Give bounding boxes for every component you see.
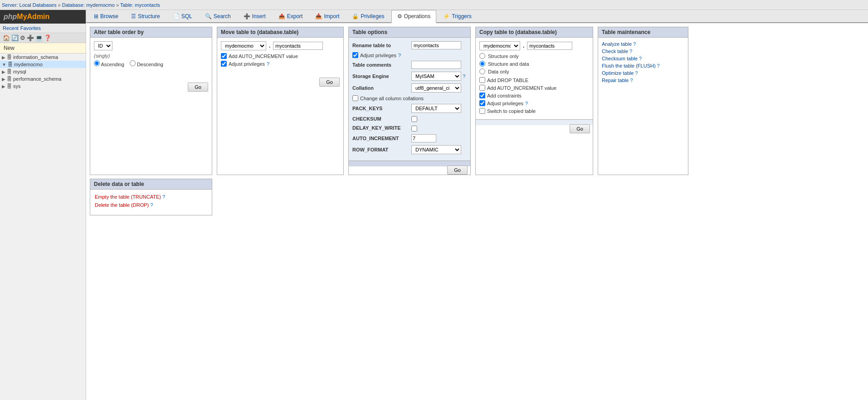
db-icon: 🗄 [7, 83, 12, 89]
tab-structure[interactable]: ☰ Structure [125, 10, 166, 22]
copy-switch-checkbox[interactable] [479, 108, 485, 114]
table-comments-input[interactable] [411, 61, 461, 69]
copy-table-panel: Copy table to (database.table) mydemocmo… [475, 27, 593, 175]
collation-row: Collation utf8_general_ci utf8_unicode_c… [352, 83, 467, 93]
db-item-mydemocmo[interactable]: ▼ 🗄 mydemocmo [0, 61, 86, 68]
data-only-radio[interactable] [479, 68, 485, 74]
tab-export[interactable]: 📤 Export [273, 10, 309, 22]
collation-select[interactable]: utf8_general_ci utf8_unicode_ci latin1_s… [411, 83, 461, 93]
structure-data-radio[interactable] [479, 61, 485, 67]
checksum-link[interactable]: Checksum table [602, 56, 638, 61]
breadcrumb-database[interactable]: Database: mydemocmo [62, 2, 115, 8]
delete-table-link[interactable]: Delete the table (DROP) ? [95, 202, 207, 208]
optimize-link[interactable]: Optimize table [602, 70, 634, 76]
check-link[interactable]: Check table [602, 49, 628, 54]
copy-adjust-privileges-checkbox[interactable] [479, 100, 485, 106]
tab-privileges[interactable]: 🔒 Privileges [346, 10, 390, 22]
move-adjust-privileges-checkbox[interactable] [221, 61, 227, 67]
adjust-privileges-help-icon[interactable]: ? [398, 53, 401, 58]
copy-add-constraints-checkbox[interactable] [479, 93, 485, 98]
tab-sql[interactable]: 📄 SQL [167, 10, 198, 22]
tab-search[interactable]: 🔍 Search [199, 10, 237, 22]
ascending-radio-label[interactable]: Ascending [94, 60, 124, 67]
optimize-help-icon[interactable]: ? [635, 70, 638, 76]
table-options-go-button[interactable]: Go [447, 166, 468, 175]
copy-auto-increment-label: Add AUTO_INCREMENT value [487, 85, 556, 91]
tab-operations[interactable]: ⚙ Operations [391, 10, 437, 23]
copy-table-db-select[interactable]: mydemocmo [479, 41, 520, 50]
flush-link[interactable]: Flush the table (FLUSH) [602, 63, 656, 68]
repair-help-icon[interactable]: ? [630, 78, 633, 83]
sidebar-icon-new-db[interactable]: ➕ [27, 34, 34, 41]
structure-only-radio[interactable] [479, 53, 485, 59]
tab-structure-label: Structure [138, 13, 160, 20]
collation-label: Collation [352, 85, 411, 91]
rename-input[interactable] [411, 41, 461, 49]
adjust-privileges-row: Adjust privileges ? [352, 52, 467, 58]
db-item-mysql[interactable]: ▶ 🗄 mysql [0, 68, 86, 75]
pack-keys-label: PACK_KEYS [352, 106, 411, 111]
delay-key-write-checkbox[interactable] [411, 126, 417, 132]
favorites-link[interactable]: Favorites [20, 25, 41, 31]
delete-label: Delete the table (DROP) [95, 202, 149, 208]
sidebar-icon-settings[interactable]: ⚙ [20, 34, 25, 41]
delete-help-icon[interactable]: ? [150, 202, 153, 208]
copy-drop-table-checkbox[interactable] [479, 77, 485, 83]
tab-insert[interactable]: ➕ Insert [238, 10, 272, 22]
storage-engine-select[interactable]: MyISAM InnoDB MEMORY CSV ARCHIVE [411, 72, 461, 81]
sidebar-icon-help[interactable]: ❓ [44, 34, 51, 41]
recent-link[interactable]: Recent [3, 25, 19, 31]
copy-table-go-button[interactable]: Go [570, 124, 590, 133]
db-item-information_schema[interactable]: ▶ 🗄 information_schema [0, 54, 86, 61]
tab-browse[interactable]: ⊞ Browse [88, 10, 124, 22]
sidebar-icon-refresh[interactable]: 🔄 [11, 34, 19, 41]
repair-link[interactable]: Repair table [602, 78, 629, 83]
move-table-go-button[interactable]: Go [319, 78, 340, 87]
db-item-performance_schema[interactable]: ▶ 🗄 performance_schema [0, 75, 86, 83]
adjust-privileges-checkbox[interactable] [352, 52, 358, 58]
copy-add-constraints-row: Add constraints [479, 93, 589, 98]
storage-engine-help-icon[interactable]: ? [463, 73, 465, 79]
checksum-help-icon[interactable]: ? [639, 56, 642, 61]
change-collations-checkbox[interactable] [352, 95, 358, 101]
ascending-radio[interactable] [94, 60, 100, 66]
move-table-db-select[interactable]: mydemocmo [221, 41, 266, 50]
panels-row2: Delete data or table Empty the table (TR… [86, 179, 868, 219]
check-help-icon[interactable]: ? [629, 49, 632, 54]
tab-import[interactable]: 📥 Import [309, 10, 345, 22]
rename-row: Rename table to [352, 41, 467, 49]
new-item[interactable]: New [0, 43, 86, 54]
nav-tabs: ⊞ Browse ☰ Structure 📄 SQL 🔍 Search ➕ In… [86, 10, 868, 23]
copy-table-name-input[interactable] [527, 42, 572, 50]
sidebar-icon-home[interactable]: 🏠 [3, 34, 10, 41]
flush-help-icon[interactable]: ? [657, 63, 660, 68]
breadcrumb-table[interactable]: Table: mycontacts [120, 2, 160, 8]
empty-help-icon[interactable]: ? [162, 194, 165, 200]
tab-triggers[interactable]: ⚡ Triggers [437, 10, 478, 22]
sidebar-icon-console[interactable]: 💻 [35, 34, 43, 41]
breadcrumb-server[interactable]: Server: Local Databases [2, 2, 56, 8]
copy-drop-table-row: Add DROP TABLE [479, 77, 589, 83]
breadcrumb: Server: Local Databases » Database: myde… [2, 2, 160, 8]
move-adjust-privileges-help-icon[interactable]: ? [267, 61, 269, 67]
db-item-sys[interactable]: ▶ 🗄 sys [0, 83, 86, 90]
copy-auto-increment-checkbox[interactable] [479, 85, 485, 91]
auto-increment-input[interactable] [411, 134, 436, 142]
empty-table-link[interactable]: Empty the table (TRUNCATE) ? [95, 194, 207, 200]
pack-keys-select[interactable]: DEFAULT 0 1 [411, 104, 461, 113]
analyze-link[interactable]: Analyze table [602, 41, 632, 47]
checksum-checkbox[interactable] [411, 116, 417, 122]
descending-radio[interactable] [130, 60, 136, 66]
content: ⊞ Browse ☰ Structure 📄 SQL 🔍 Search ➕ In… [86, 10, 868, 400]
db-icon: 🗄 [7, 54, 12, 60]
move-auto-increment-checkbox[interactable] [221, 53, 227, 59]
analyze-help-icon[interactable]: ? [633, 41, 636, 47]
alter-table-field-select[interactable]: ID [94, 41, 112, 50]
move-adjust-privileges-row: Adjust privileges ? [221, 61, 340, 67]
row-format-select[interactable]: DYNAMIC FIXED COMPRESSED REDUNDANT COMPA… [411, 145, 461, 154]
copy-adjust-privileges-help-icon[interactable]: ? [525, 101, 528, 106]
descending-radio-label[interactable]: Descending [130, 60, 163, 67]
move-table-name-input[interactable] [273, 42, 323, 50]
alter-table-go-button[interactable]: Go [188, 83, 208, 92]
auto-increment-row: AUTO_INCREMENT [352, 134, 467, 142]
